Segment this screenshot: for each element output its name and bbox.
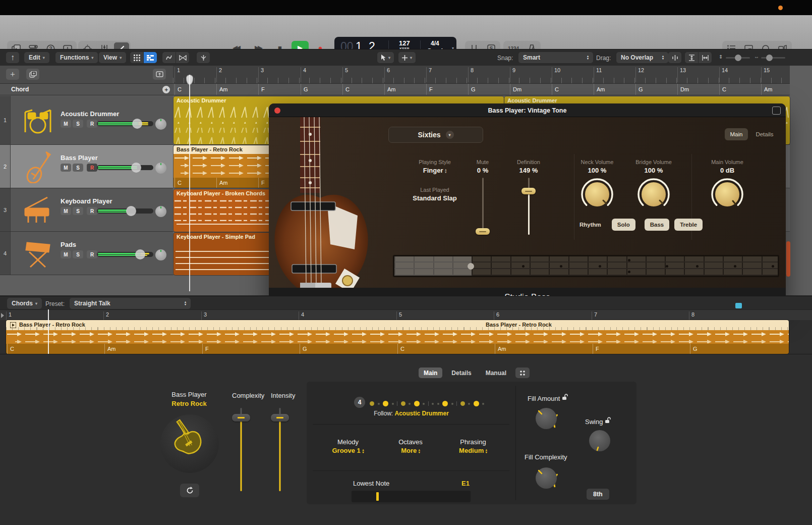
volume-slider[interactable] [97, 121, 153, 126]
add-chord-icon[interactable]: ＋ [162, 86, 170, 93]
octaves-menu[interactable]: Octaves More ▴▾ [375, 438, 446, 454]
inspector-style-name[interactable]: Retro Rock [146, 400, 232, 407]
add-track-button[interactable]: ＋ [6, 69, 19, 80]
track-name[interactable]: Acoustic Drummer [61, 110, 119, 118]
bar-ruler[interactable]: 1 2 3 4 5 6 7 8 9 10 11 12 13 14 15 [173, 66, 790, 84]
mute-button[interactable]: M [61, 164, 71, 172]
intensity-slider-handle[interactable] [271, 414, 289, 422]
neck-volume-knob[interactable] [579, 177, 615, 212]
swing-grid-button[interactable]: 8th [587, 489, 609, 500]
editor-preset-menu[interactable]: Straight Talk▴▾ [70, 298, 191, 309]
track-view-icon[interactable] [144, 52, 157, 63]
chord-track[interactable]: C Am F G C Am F G Dm C Am G Dm C Am [173, 84, 790, 95]
link-window-icon[interactable] [772, 107, 781, 115]
volume-slider[interactable] [97, 208, 153, 214]
plugin-preset-menu[interactable]: Sixties ▾ [388, 127, 483, 143]
track-name[interactable]: Pads [61, 241, 76, 248]
solo-button[interactable]: S [73, 120, 83, 128]
chord-track-header[interactable]: Chord ＋ [0, 84, 173, 95]
fill-amount-knob[interactable] [532, 404, 561, 433]
swing-knob[interactable] [585, 426, 614, 455]
fill-complexity-knob[interactable] [532, 463, 561, 493]
close-window-icon[interactable] [274, 108, 280, 114]
functions-menu[interactable]: Functions▾ [55, 52, 98, 63]
editor-playhead[interactable] [48, 309, 49, 354]
chord-cell[interactable]: Dm [510, 84, 553, 95]
track-name[interactable]: Bass Player [61, 154, 98, 162]
chord-cell[interactable]: Dm [677, 84, 721, 95]
chord-cell[interactable]: C [552, 84, 595, 95]
player-artwork[interactable] [160, 414, 219, 473]
record-enable-button[interactable]: R [87, 250, 97, 258]
pan-knob[interactable] [155, 206, 166, 217]
mute-slider-handle[interactable] [476, 228, 490, 235]
chord-cell[interactable]: G [468, 84, 511, 95]
mute-button[interactable]: M [61, 250, 71, 258]
plugin-window-bass-player[interactable]: Bass Player: Vintage Tone Sixties ▾ Main [269, 103, 786, 306]
lowest-note-marker[interactable] [376, 492, 379, 501]
mute-button[interactable]: M [61, 207, 71, 215]
plugin-tab-main[interactable]: Main [725, 128, 748, 140]
tab-details[interactable]: Details [446, 368, 476, 378]
hide-tracks-icon[interactable]: ↑ [6, 52, 19, 63]
vertical-zoom-icon[interactable] [685, 52, 698, 63]
pointer-tool-menu[interactable]: ▾ [377, 52, 394, 63]
chord-cell[interactable]: G [635, 84, 679, 95]
editor-mode-menu[interactable]: Chords▾ [7, 298, 42, 309]
view-menu[interactable]: View▾ [99, 52, 126, 63]
chord-cell[interactable]: Am [761, 84, 793, 95]
editor-chord[interactable]: G [690, 344, 789, 354]
editor-region-header[interactable]: Bass Player - Retro Rock Bass Player - R… [6, 320, 789, 330]
grid-view-icon[interactable] [130, 52, 143, 63]
chord-cell[interactable]: C [342, 84, 386, 95]
plugin-tab-details[interactable]: Details [752, 128, 777, 140]
fretboard-display[interactable] [393, 255, 779, 277]
editor-chord[interactable]: F [202, 344, 301, 354]
glue-tool-icon[interactable] [162, 52, 176, 63]
main-volume-knob[interactable] [710, 177, 745, 212]
secondary-tool-menu[interactable]: ▾ [398, 52, 416, 63]
marquee-tool-icon[interactable] [176, 52, 189, 63]
solo-button[interactable]: S [73, 164, 83, 172]
editor-region-body[interactable] [6, 330, 789, 344]
definition-slider-handle[interactable] [521, 188, 536, 194]
lowest-note-slider[interactable] [352, 491, 471, 502]
editor-chord[interactable]: F [593, 344, 691, 354]
follow-row[interactable]: Follow: Acoustic Drummer [307, 410, 516, 417]
beat-count-badge[interactable]: 4 [354, 397, 365, 408]
chord-cell[interactable]: C [719, 84, 763, 95]
mute-button[interactable]: M [61, 120, 71, 128]
record-enable-button[interactable]: R [87, 164, 97, 172]
tab-manual[interactable]: Manual [481, 368, 511, 378]
chord-cell[interactable]: F [258, 84, 302, 95]
melody-menu[interactable]: Melody Groove 1 ▴▾ [313, 438, 383, 454]
chord-cell[interactable]: Am [384, 84, 428, 95]
vertical-zoom-slider[interactable]: ⇕ [719, 54, 750, 61]
treble-tone-button[interactable]: Treble [674, 219, 703, 231]
bass-tone-button[interactable]: Bass [645, 219, 670, 231]
horizontal-zoom-slider[interactable]: ⇔ [754, 54, 785, 61]
waveform-zoom-icon[interactable] [668, 52, 681, 63]
pattern-dots[interactable] [370, 401, 484, 406]
collapse-tracks-button[interactable] [153, 69, 166, 80]
pan-knob[interactable] [155, 163, 166, 174]
editor-chord[interactable]: Am [495, 344, 594, 354]
horizontal-zoom-icon[interactable] [699, 52, 712, 63]
volume-slider[interactable] [97, 252, 153, 257]
intensity-slider[interactable] [279, 418, 281, 491]
drag-menu[interactable]: No Overlap▴▾ [616, 52, 668, 63]
solo-button[interactable]: S [73, 207, 83, 215]
edit-menu[interactable]: Edit▾ [24, 52, 49, 63]
pan-knob[interactable] [155, 119, 166, 130]
chord-cell[interactable]: C [175, 84, 218, 95]
tab-main[interactable]: Main [419, 368, 442, 378]
quantize-tool-icon[interactable] [197, 52, 210, 63]
editor-ruler[interactable]: 1 2 3 4 5 6 7 8 [0, 309, 812, 320]
record-enable-button[interactable]: R [87, 207, 97, 215]
pan-knob[interactable] [155, 249, 166, 260]
track-header-acoustic-drummer[interactable]: 1 Acoustic Drummer M S R [0, 96, 173, 145]
phrasing-menu[interactable]: Phrasing Medium ▴▾ [438, 438, 508, 454]
chord-cell[interactable]: Am [594, 84, 637, 95]
editor-scroll-handle[interactable] [735, 303, 742, 308]
bridge-volume-knob[interactable] [636, 177, 671, 212]
